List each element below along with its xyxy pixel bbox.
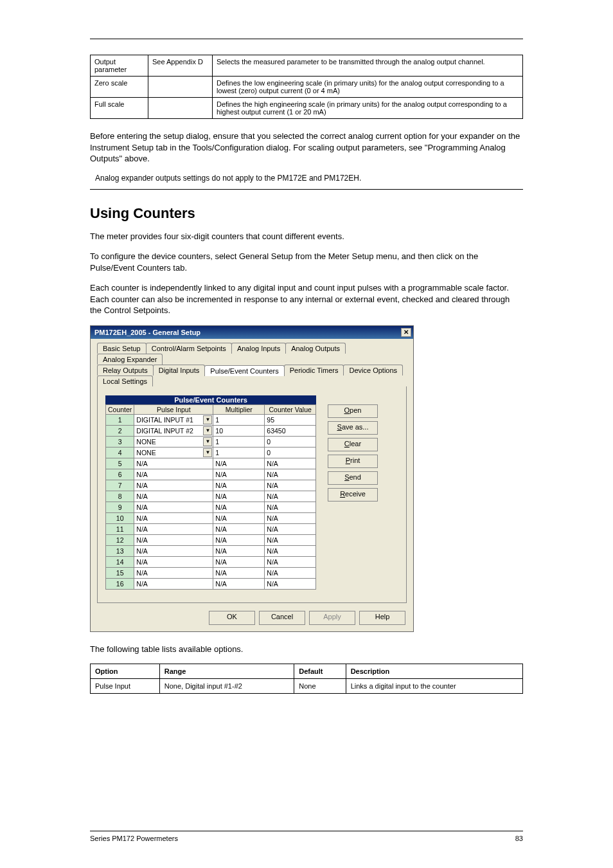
counter-value-cell: 63450 [265,425,316,436]
counter-value-cell: N/A [265,469,316,480]
warning-row: Analog expander outputs settings do not … [90,174,523,185]
pulse-input-cell: N/A [134,512,213,523]
table-row: 2DIGITAL INPUT #2▼1063450 [106,425,316,436]
counter-value-cell: N/A [265,480,316,491]
print-button[interactable]: Print [328,455,378,468]
cancel-button[interactable]: Cancel [259,611,305,625]
param-desc: Defines the low engineering scale (in pr… [213,77,523,98]
param-name: Output parameter [91,55,148,77]
param-name: Zero scale [91,77,148,98]
counters-grid: CounterPulse InputMultiplierCounter Valu… [105,404,316,590]
clear-button[interactable]: Clear [328,438,378,451]
table-row: 6N/AN/AN/A [106,469,316,480]
multiplier-cell: N/A [213,512,265,523]
multiplier-cell: N/A [213,545,265,556]
options-header: Range [159,664,294,679]
counter-number: 6 [106,469,134,480]
tab-basic-setup[interactable]: Basic Setup [97,343,147,354]
grid-header: Counter Value [265,404,316,414]
table-row: 15N/AN/AN/A [106,567,316,578]
counter-number: 15 [106,567,134,578]
multiplier-cell[interactable]: 1 [213,447,265,458]
counter-number: 7 [106,480,134,491]
tab-relay-outputs[interactable]: Relay Outputs [97,365,154,375]
receive-button[interactable]: Receive [328,488,378,502]
footer-right: 83 [515,835,523,842]
table-row: 4NONE▼10 [106,447,316,458]
pulse-input-cell[interactable]: DIGITAL INPUT #1▼ [134,414,213,425]
tab-digital-inputs[interactable]: Digital Inputs [153,365,206,375]
send-button[interactable]: Send [328,471,378,485]
table-row: 11N/AN/AN/A [106,523,316,534]
pulse-input-cell: N/A [134,534,213,545]
tab-local-settings[interactable]: Local Settings [97,375,153,386]
pulse-input-cell[interactable]: NONE▼ [134,436,213,447]
table-row: 10N/AN/AN/A [106,512,316,523]
pulse-input-cell: N/A [134,502,213,512]
body-paragraph-5: The following table lists available opti… [90,644,523,655]
ok-button[interactable]: OK [209,611,255,625]
counter-value-cell: N/A [265,567,316,578]
options-table: OptionRangeDefaultDescription Pulse Inpu… [90,664,523,694]
pulse-input-cell: N/A [134,545,213,556]
counter-value-cell: N/A [265,502,316,512]
multiplier-cell: N/A [213,491,265,502]
multiplier-cell[interactable]: 10 [213,425,265,436]
section-heading: Using Counters [90,205,523,222]
tab-analog-inputs[interactable]: Analog Inputs [231,343,286,354]
general-setup-dialog: PM172EH_2005 - General Setup ✕ Basic Set… [90,325,414,632]
chevron-down-icon[interactable]: ▼ [203,437,212,446]
table-row: 3NONE▼10 [106,436,316,447]
chevron-down-icon[interactable]: ▼ [203,426,212,435]
save-as-button[interactable]: Save as... [328,421,378,435]
multiplier-cell: N/A [213,534,265,545]
body-paragraph-4: Each counter is independently linked to … [90,282,523,316]
help-button[interactable]: Help [359,611,405,625]
counter-number: 1 [106,414,134,425]
counter-number: 16 [106,578,134,589]
pulse-input-cell[interactable]: DIGITAL INPUT #2▼ [134,425,213,436]
multiplier-cell: N/A [213,567,265,578]
chevron-down-icon[interactable]: ▼ [203,448,212,457]
tab-device-options[interactable]: Device Options [343,365,403,375]
param-desc: Selects the measured parameter to be tra… [213,55,523,77]
pulse-input-cell[interactable]: NONE▼ [134,447,213,458]
table-row: 14N/AN/AN/A [106,556,316,567]
chevron-down-icon[interactable]: ▼ [203,415,212,424]
counter-value-cell: N/A [265,458,316,469]
top-rule [90,39,523,39]
pulse-input-cell: N/A [134,458,213,469]
multiplier-cell[interactable]: 1 [213,414,265,425]
tab-pulse-event-counters[interactable]: Pulse/Event Counters [204,365,284,376]
counter-value-cell: N/A [265,523,316,534]
close-icon[interactable]: ✕ [401,328,411,337]
apply-button[interactable]: Apply [309,611,355,625]
grid-title: Pulse/Event Counters [105,395,316,404]
counter-number: 4 [106,447,134,458]
counter-number: 14 [106,556,134,567]
table-row: 5N/AN/AN/A [106,458,316,469]
footer-left: Series PM172 Powermeters [90,835,178,842]
counter-number: 12 [106,534,134,545]
pulse-input-cell: N/A [134,469,213,480]
counter-number: 8 [106,491,134,502]
pulse-input-cell: N/A [134,523,213,534]
tab-analog-outputs[interactable]: Analog Outputs [285,343,346,354]
tab-periodic-timers[interactable]: Periodic Timers [284,365,344,375]
page-footer: Series PM172 Powermeters 83 [90,835,523,842]
warning-text: Analog expander outputs settings do not … [95,174,361,183]
open-button[interactable]: Open [328,404,378,418]
param-table: Output parameterSee Appendix DSelects th… [90,55,523,119]
counter-value-cell: N/A [265,545,316,556]
table-row: 1DIGITAL INPUT #1▼195 [106,414,316,425]
dialog-title: PM172EH_2005 - General Setup [94,329,200,336]
counter-number: 9 [106,502,134,512]
multiplier-cell[interactable]: 1 [213,436,265,447]
grid-header: Pulse Input [134,404,213,414]
tab-analog-expander[interactable]: Analog Expander [97,354,163,365]
body-paragraph-2: The meter provides four six-digit counte… [90,231,523,242]
tab-control-alarm-setpoints[interactable]: Control/Alarm Setpoints [146,343,232,354]
multiplier-cell: N/A [213,480,265,491]
param-options [148,77,213,98]
table-row: 8N/AN/AN/A [106,491,316,502]
